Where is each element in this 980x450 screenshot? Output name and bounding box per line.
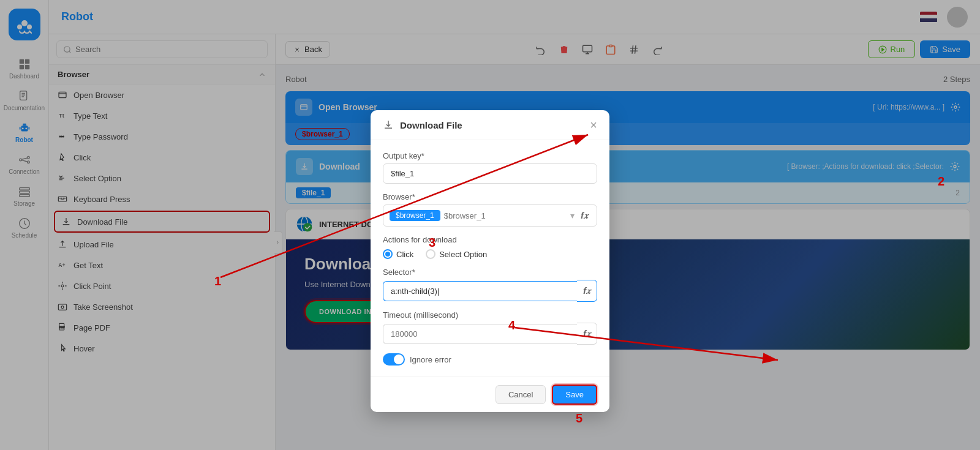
browser-label: Browser*	[383, 192, 597, 201]
timeout-input[interactable]	[383, 324, 577, 344]
output-key-label: Output key*	[383, 151, 597, 160]
browser-inner-input[interactable]	[444, 211, 567, 220]
download-file-dialog: Download File × Output key* Browser* $br…	[371, 110, 609, 412]
ignore-error-label: Ignore error	[410, 355, 451, 364]
dialog-title: Download File	[400, 120, 462, 130]
selector-label: Selector*	[383, 268, 597, 277]
dialog-overlay: Download File × Output key* Browser* $br…	[0, 0, 980, 450]
selector-input[interactable]	[383, 281, 577, 301]
radio-select-option[interactable]: Select Option	[426, 249, 487, 259]
annotation-3: 3	[429, 236, 435, 250]
annotation-5: 5	[576, 411, 582, 426]
browser-tag: $browser_1	[390, 210, 440, 221]
timeout-fx-btn[interactable]: f𝑥	[577, 323, 597, 345]
browser-input-row[interactable]: $browser_1 ▾ f𝑥	[383, 204, 597, 227]
dialog-download-icon	[383, 119, 394, 130]
cancel-button[interactable]: Cancel	[496, 385, 546, 404]
dialog-save-button[interactable]: Save	[552, 384, 597, 405]
browser-fx-btn[interactable]: f𝑥	[578, 209, 590, 222]
radio-click-option[interactable]: Click	[383, 249, 413, 259]
selector-fx-btn[interactable]: f𝑥	[577, 280, 597, 302]
dialog-close-btn[interactable]: ×	[590, 119, 597, 131]
annotation-4: 4	[508, 318, 515, 332]
timeout-label: Timeout (millisecond)	[383, 310, 597, 320]
annotation-1: 1	[214, 274, 221, 288]
output-key-input[interactable]	[383, 163, 597, 184]
ignore-error-toggle[interactable]	[383, 353, 405, 366]
actions-label: Actions for download	[383, 235, 597, 244]
annotation-2: 2	[938, 174, 944, 189]
